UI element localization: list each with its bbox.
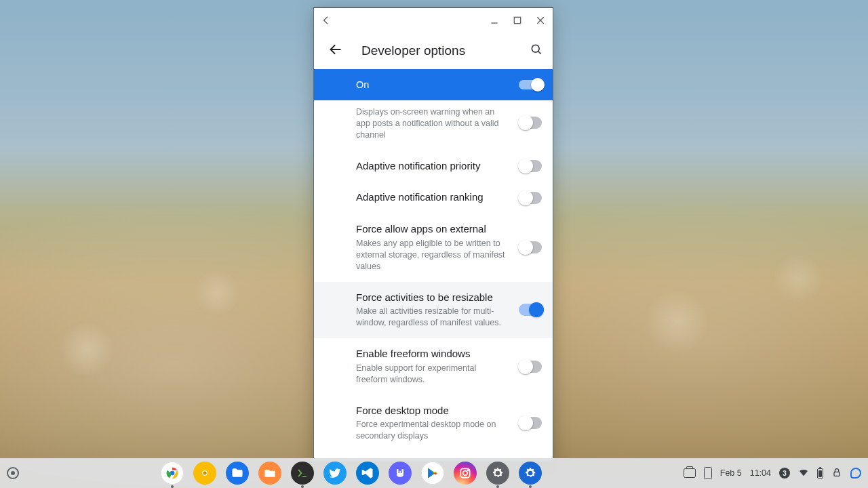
shelf-app-gear2[interactable] [519, 462, 542, 485]
setting-title: Enable freeform windows [356, 348, 512, 361]
shelf-apps [161, 462, 542, 485]
toggle-force_desktop[interactable] [519, 417, 542, 429]
phone-hub-icon[interactable] [704, 467, 712, 479]
shelf-app-file2[interactable] [258, 462, 281, 485]
notification-count-badge[interactable]: 3 [779, 468, 790, 479]
svg-point-7 [463, 471, 468, 476]
setting-subtitle: Make all activities resizable for multi-… [356, 306, 512, 329]
shelf-app-term[interactable] [291, 462, 314, 485]
tablet-mode-icon[interactable] [684, 468, 696, 478]
setting-subtitle: Force experimental desktop mode on secon… [356, 419, 512, 442]
page-title: Developer options [361, 43, 511, 58]
svg-rect-0 [514, 17, 520, 23]
system-tray[interactable]: Feb 5 11:04 3 [684, 467, 861, 480]
shelf-app-chrome[interactable] [161, 462, 184, 485]
setting-subtitle: Makes any app eligible to be written to … [356, 238, 512, 272]
desktop: Developer options On Displays on-screen … [0, 0, 868, 488]
wifi-icon [798, 467, 809, 480]
toggle-force_resizable[interactable] [519, 304, 542, 316]
svg-point-8 [467, 470, 469, 471]
window-titlebar [314, 8, 553, 33]
window-minimize-button[interactable] [488, 14, 501, 27]
shelf-app-twitter[interactable] [323, 462, 347, 485]
toggle-adaptive_notif_ranking[interactable] [519, 192, 542, 204]
window-back-icon[interactable] [319, 14, 333, 27]
toggle-warn_notif_channel[interactable] [519, 117, 542, 129]
battery-icon [817, 468, 823, 479]
svg-point-5 [203, 472, 206, 475]
shelf-app-gear1[interactable] [486, 462, 509, 485]
setting-title: Adaptive notification ranking [356, 191, 512, 204]
shelf-app-play[interactable] [421, 462, 444, 485]
developer-options-master-toggle[interactable]: On [314, 69, 553, 100]
setting-adaptive_notif_priority[interactable]: Adaptive notification priority [314, 150, 553, 182]
settings-back-icon[interactable] [329, 43, 342, 59]
svg-rect-9 [834, 472, 840, 476]
shelf: Feb 5 11:04 3 [0, 458, 868, 488]
setting-warn_notif_channel[interactable]: Displays on-screen warning when an app p… [314, 100, 553, 150]
window-maximize-button[interactable] [511, 14, 524, 27]
shelf-app-masto[interactable] [389, 462, 412, 485]
setting-force_allow_external[interactable]: Force allow apps on externalMakes any ap… [314, 214, 553, 281]
toggle-icon[interactable] [519, 80, 543, 89]
settings-appbar: Developer options [314, 33, 553, 69]
tray-date: Feb 5 [720, 468, 742, 478]
shelf-app-canary[interactable] [193, 462, 216, 485]
toggle-enable_freeform[interactable] [519, 361, 542, 373]
toggle-adaptive_notif_priority[interactable] [519, 160, 542, 172]
settings-list: Displays on-screen warning when an app p… [314, 100, 553, 460]
shelf-app-files[interactable] [226, 462, 249, 485]
setting-subtitle: Enable support for experimental freeform… [356, 363, 512, 386]
setting-force_desktop[interactable]: Force desktop modeForce experimental des… [314, 395, 553, 452]
toggle-force_allow_external[interactable] [519, 241, 542, 253]
settings-scroll[interactable]: On Displays on-screen warning when an ap… [314, 69, 553, 460]
setting-force_resizable[interactable]: Force activities to be resizableMake all… [314, 282, 553, 339]
setting-adaptive_notif_ranking[interactable]: Adaptive notification ranking [314, 182, 553, 214]
setting-title: Adaptive notification priority [356, 160, 512, 173]
setting-subtitle: Displays on-screen warning when an app p… [356, 106, 512, 141]
setting-title: Force activities to be resizable [356, 291, 512, 304]
master-toggle-label: On [356, 79, 369, 90]
shelf-app-vsc[interactable] [356, 462, 379, 485]
shelf-app-insta[interactable] [454, 462, 477, 485]
setting-title: Force allow apps on external [356, 223, 512, 236]
setting-title: Force desktop mode [356, 405, 512, 418]
search-icon[interactable] [530, 43, 543, 59]
lock-icon [831, 467, 842, 480]
setting-enable_freeform[interactable]: Enable freeform windowsEnable support fo… [314, 338, 553, 395]
android-settings-window: Developer options On Displays on-screen … [313, 7, 553, 461]
fydeos-icon[interactable] [850, 468, 861, 479]
launcher-button[interactable] [7, 467, 19, 479]
tray-time: 11:04 [750, 468, 771, 478]
window-close-button[interactable] [534, 14, 547, 27]
